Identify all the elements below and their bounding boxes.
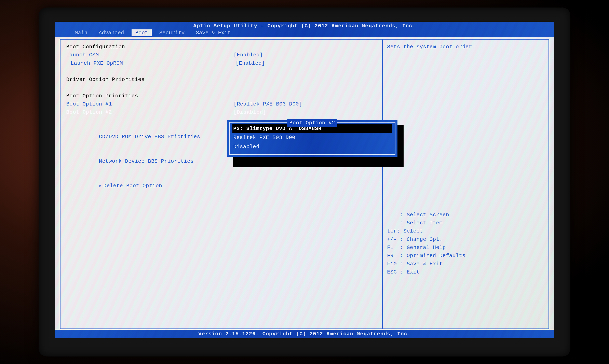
key-help-f1: F1 : General Help <box>387 244 544 252</box>
key-help-f9: F9 : Optimized Defaults <box>387 252 544 260</box>
section-boot-priorities: Boot Option Priorities <box>66 92 376 100</box>
boot2-value: [Disabled] <box>233 108 376 116</box>
tab-bar: Main Advanced Boot Security Save & Exit <box>55 29 554 37</box>
tab-main[interactable]: Main <box>71 29 91 36</box>
popup-title: Boot Option #2 <box>287 119 337 127</box>
popup-item-2[interactable]: Disabled <box>232 142 392 151</box>
option-launch-pxe-oprom[interactable]: Launch PXE OpROM [Enabled] <box>71 59 376 67</box>
right-panel: Sets the system boot order : Select Scre… <box>383 39 548 328</box>
submenu-delete-boot-option[interactable]: ▸Delete Boot Option <box>66 174 376 198</box>
tab-save-exit[interactable]: Save & Exit <box>192 29 235 36</box>
popup-item-1[interactable]: Realtek PXE B03 D00 <box>232 133 392 142</box>
tab-boot[interactable]: Boot <box>132 29 151 36</box>
key-help-change-opt: +/- : Change Opt. <box>387 235 544 244</box>
submenu-arrow-icon: ▸ <box>99 182 103 190</box>
option-boot-2[interactable]: Boot Option #2 [Disabled] <box>66 108 376 116</box>
delete-label: Delete Boot Option <box>103 183 162 189</box>
boot2-label: Boot Option #2 <box>66 108 233 116</box>
key-help-esc: ESC : Exit <box>387 268 544 276</box>
popup-frame: Boot Option #2 P2: Slimtype DVD A DS8A8S… <box>229 122 396 155</box>
key-help-select-item: : Select Item <box>387 219 544 227</box>
title-text: Aptio Setup Utility – Copyright (C) 2012… <box>193 23 416 29</box>
footer-text: Version 2.15.1226. Copyright (C) 2012 Am… <box>198 331 411 337</box>
option-launch-csm[interactable]: Launch CSM [Enabled] <box>66 51 376 59</box>
content-frame: Boot Configuration Launch CSM [Enabled] … <box>60 39 549 329</box>
section-driver-priorities: Driver Option Priorities <box>66 76 376 84</box>
footer-bar: Version 2.15.1226. Copyright (C) 2012 Am… <box>55 330 554 338</box>
bios-screen: Aptio Setup Utility – Copyright (C) 2012… <box>55 22 554 338</box>
tab-security[interactable]: Security <box>156 29 188 36</box>
key-help-enter: ter: Select <box>387 227 544 235</box>
photo-background: Aptio Setup Utility – Copyright (C) 2012… <box>0 0 609 364</box>
option-boot-1[interactable]: Boot Option #1 [Realtek PXE B03 D00] <box>66 100 376 108</box>
title-bar: Aptio Setup Utility – Copyright (C) 2012… <box>55 22 554 29</box>
tab-advanced[interactable]: Advanced <box>95 29 128 36</box>
cddvd-label: CD/DVD ROM Drive BBS Priorities <box>99 134 200 140</box>
section-boot-configuration: Boot Configuration <box>66 43 376 51</box>
launch-pxe-value: [Enabled] <box>236 59 376 67</box>
boot-option-popup: Boot Option #2 P2: Slimtype DVD A DS8A8S… <box>227 120 397 157</box>
item-help-text: Sets the system boot order <box>387 43 544 51</box>
boot1-value: [Realtek PXE B03 D00] <box>233 100 376 108</box>
boot1-label: Boot Option #1 <box>66 100 233 108</box>
key-help-select-screen: : Select Screen <box>387 211 544 219</box>
left-panel: Boot Configuration Launch CSM [Enabled] … <box>61 39 383 328</box>
launch-csm-label: Launch CSM <box>66 51 233 59</box>
key-help-f10: F10 : Save & Exit <box>387 260 544 268</box>
launch-csm-value: [Enabled] <box>233 51 376 59</box>
laptop-bezel: Aptio Setup Utility – Copyright (C) 2012… <box>39 8 570 356</box>
launch-pxe-label: Launch PXE OpROM <box>71 59 236 67</box>
netdev-label: Network Device BBS Priorities <box>99 158 194 164</box>
